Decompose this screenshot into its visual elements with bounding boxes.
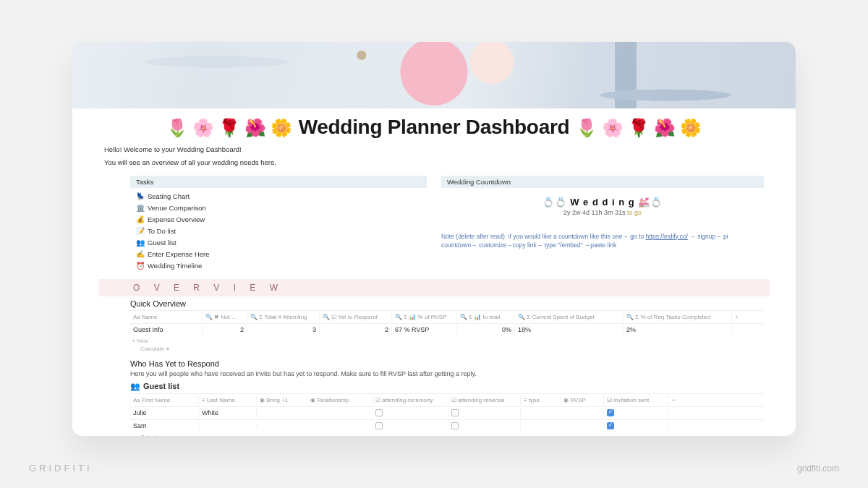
col-add[interactable]: +: [669, 395, 686, 405]
checkbox-icon[interactable]: [375, 409, 383, 416]
cell-blank: [732, 328, 754, 331]
two-column-layout: Tasks 💺Seating Chart 🏛️Venue Comparison …: [104, 173, 764, 272]
col-type[interactable]: ≡ type: [521, 395, 561, 405]
cell-rvsp: [561, 424, 604, 427]
task-expense-overview[interactable]: 💰Expense Overview: [104, 214, 427, 226]
tasks-header: Tasks: [130, 176, 427, 188]
col-to-mail[interactable]: 🔍 Σ 📊 to mail: [457, 312, 515, 322]
cell-ceremony[interactable]: [373, 408, 448, 419]
guest-calculate[interactable]: Calculate ▾: [130, 432, 764, 437]
cell-first: Julie: [130, 408, 199, 418]
col-name[interactable]: Aa Name: [130, 312, 203, 322]
clock-icon: ⏰: [136, 262, 145, 270]
task-enter-expense[interactable]: ✍️Enter Expense Here: [104, 249, 427, 260]
people-icon: 👥: [130, 382, 140, 391]
cell-type: [521, 411, 561, 414]
overview-table-head: Aa Name 🔍 ✖ Not … 🔍 Σ Total # Attending …: [130, 310, 764, 323]
col-invitation-sent[interactable]: ☑ invitation sent: [604, 395, 669, 405]
countdown-header: Wedding Countdown: [441, 176, 764, 188]
col-attending-rehersal[interactable]: ☑ attending rehersal: [448, 395, 521, 405]
guest-row[interactable]: Julie White: [130, 406, 764, 419]
cell-name: Guest Info: [130, 325, 203, 335]
cell-not: 2: [203, 325, 247, 335]
col-budget[interactable]: 🔍 Σ Current Spent of Budget: [515, 312, 624, 322]
cell-relationship: [307, 424, 373, 427]
title-text: Wedding Planner Dashboard: [299, 116, 570, 138]
task-label: Enter Expense Here: [148, 250, 210, 258]
cover-image: [72, 42, 796, 108]
countdown-note: Note (delete after read): if you would l…: [441, 232, 764, 251]
cell-rvsp: [561, 411, 604, 414]
guest-table: Aa First Name ≡ Last Name ◉ Bring +1 ◉ R…: [130, 393, 764, 437]
checkbox-icon[interactable]: [375, 422, 383, 429]
cell-tasks: 2%: [624, 325, 732, 335]
cell-budget: 18%: [515, 325, 624, 335]
task-todo-list[interactable]: 📝To Do list: [104, 226, 427, 237]
guest-list-title[interactable]: 👥 Guest list: [130, 382, 764, 391]
page-title: 🌷 🌸 🌹 🌺 🌼 Wedding Planner Dashboard 🌷 🌸 …: [72, 108, 796, 143]
overview-header: O V E R V I E W: [98, 279, 770, 296]
countdown-title: 💍💍 W e d d i n g 💒💍: [441, 197, 764, 207]
col-bring-plus1[interactable]: ◉ Bring +1: [257, 395, 307, 405]
overview-row[interactable]: Guest Info 2 3 2 67 % RVSP 0% 18% 2%: [130, 323, 764, 336]
overview-calculate[interactable]: Calculate ▾: [130, 344, 764, 352]
intro-line-1: Hello! Welcome to your Wedding Dashboard…: [104, 145, 764, 155]
col-tasks-completed[interactable]: 🔍 Σ % of Req Tasks Completed: [624, 312, 732, 322]
title-emoji-left: 🌷 🌸 🌹 🌺 🌼: [166, 118, 292, 137]
respond-description: Here you will people who have received a…: [130, 370, 764, 377]
indify-link[interactable]: https://indify.co/: [646, 233, 688, 240]
content-area: Hello! Welcome to your Wedding Dashboard…: [72, 143, 796, 436]
cell-rehersal[interactable]: [448, 421, 521, 432]
task-label: To Do list: [148, 227, 176, 235]
quick-overview-header: Quick Overview: [130, 299, 764, 308]
respond-header: Who Has Yet to Respond: [130, 359, 764, 368]
guest-row[interactable]: Sam: [130, 419, 764, 432]
cell-rvsp: 67 % RVSP: [392, 325, 457, 335]
cell-blank: [669, 424, 686, 427]
cell-total: 3: [247, 325, 320, 335]
task-seating-chart[interactable]: 💺Seating Chart: [104, 191, 427, 202]
task-label: Guest list: [148, 239, 176, 247]
checkbox-checked-icon[interactable]: [607, 422, 614, 429]
cell-plus1: [257, 411, 307, 414]
col-attending-ceremony[interactable]: ☑ attending ceremony: [373, 395, 448, 405]
task-wedding-timeline[interactable]: ⏰Wedding Timeline: [104, 260, 427, 272]
task-label: Seating Chart: [148, 192, 190, 200]
writing-icon: ✍️: [136, 250, 145, 258]
checkbox-icon[interactable]: [451, 409, 459, 416]
countdown-widget: 💍💍 W e d d i n g 💒💍 2y 2w 4d 11h 3m 31s …: [441, 191, 764, 221]
memo-icon: 📝: [136, 227, 145, 235]
col-rvsp[interactable]: ◉ RVSP: [561, 395, 604, 405]
cell-rehersal[interactable]: [448, 408, 521, 419]
people-icon: 👥: [136, 239, 145, 247]
col-relationship[interactable]: ◉ Relationship: [307, 395, 373, 405]
tasks-column: Tasks 💺Seating Chart 🏛️Venue Comparison …: [104, 173, 427, 272]
title-emoji-right: 🌷 🌸 🌹 🌺 🌼: [576, 118, 702, 137]
cell-last: [199, 424, 257, 427]
task-venue-comparison[interactable]: 🏛️Venue Comparison: [104, 202, 427, 214]
col-last-name[interactable]: ≡ Last Name: [199, 395, 257, 405]
task-guest-list[interactable]: 👥Guest list: [104, 237, 427, 249]
footer-url: gridfiti.com: [797, 463, 839, 474]
cell-yet: 2: [320, 325, 392, 335]
guest-list-label: Guest list: [143, 382, 179, 390]
col-not[interactable]: 🔍 ✖ Not …: [203, 312, 247, 322]
building-icon: 🏛️: [136, 204, 145, 212]
col-total-attending[interactable]: 🔍 Σ Total # Attending: [247, 312, 320, 322]
intro-line-2: You will see an overview of all your wed…: [104, 158, 764, 168]
col-pct-rvsp[interactable]: 🔍 Σ 📊 % of RVSP: [392, 312, 457, 322]
col-add[interactable]: +: [732, 312, 754, 322]
checkbox-checked-icon[interactable]: [607, 409, 614, 416]
cell-sent[interactable]: [604, 408, 669, 419]
checkbox-icon[interactable]: [451, 422, 459, 429]
cell-plus1: [257, 424, 307, 427]
cell-blank: [669, 411, 686, 414]
col-first-name[interactable]: Aa First Name: [130, 395, 199, 405]
col-yet-respond[interactable]: 🔍 ☑ Yet to Respond: [320, 312, 392, 322]
footer-brand: GRIDFITI: [29, 463, 93, 474]
cell-sent[interactable]: [604, 421, 669, 432]
cell-ceremony[interactable]: [373, 421, 448, 432]
cell-mail: 0%: [457, 325, 515, 335]
overview-new-row[interactable]: + New: [130, 336, 764, 344]
cell-first: Sam: [130, 421, 199, 431]
